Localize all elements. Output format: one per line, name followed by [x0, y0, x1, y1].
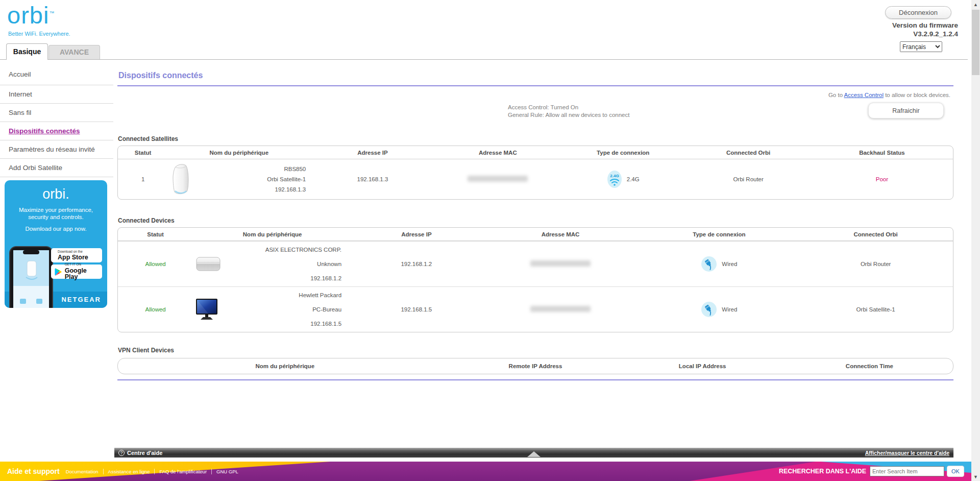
footer-link-faq[interactable]: FAQ de l'amplificateur: [154, 469, 207, 474]
sidebar-item-dispositifs-connectes[interactable]: Dispositifs connectés: [0, 122, 113, 140]
bottom-rule: [117, 379, 953, 380]
device-row: Allowed ASIX ELECTRONICS CORP. Unknown 1…: [118, 241, 953, 286]
search-ok-button[interactable]: OK: [947, 466, 964, 477]
device-connection: Wired: [640, 241, 798, 286]
satellite-backhaul-status: Poor: [811, 159, 953, 199]
netgear-logo: NETGEAR: [61, 296, 101, 303]
device-mac: [481, 286, 640, 332]
promo-text: Maximize your performance,security and c…: [5, 206, 107, 221]
scrollbar-down-arrow[interactable]: ▼: [971, 472, 980, 481]
tabs-divider: [0, 59, 968, 60]
satellite-connected-orbi: Orbi Router: [685, 159, 811, 199]
device-connected-orbi: Orbi Router: [798, 241, 953, 286]
footer-link-assistance[interactable]: Assistance en ligne: [103, 469, 150, 474]
firmware-label: Version du firmware: [754, 21, 958, 30]
support-label: Aide et support: [7, 467, 60, 475]
sidebar-item-accueil[interactable]: Accueil: [0, 60, 113, 85]
scrollbar-up-arrow[interactable]: ▲: [971, 0, 980, 9]
trademark: ™: [49, 10, 55, 16]
sidebar-item-add-orbi-satellite[interactable]: Add Orbi Satellite: [0, 159, 113, 177]
devices-section-label: Connected Devices: [118, 217, 175, 224]
language-select[interactable]: Français: [900, 41, 942, 52]
logout-button[interactable]: Déconnexion: [885, 6, 951, 19]
main-content: Dispositifs connectés Go to Access Contr…: [117, 60, 953, 448]
satellite-ip: 192.168.1.3: [310, 159, 435, 199]
tab-basique[interactable]: Basique: [6, 43, 48, 60]
vpn-section-label: VPN Client Devices: [118, 347, 174, 354]
help-icon: ?: [118, 450, 125, 456]
network-box-icon: [195, 255, 222, 273]
orbi-logo: orbi™: [7, 1, 55, 29]
devices-header-row: Statut Nom du périphérique Adresse IP Ad…: [118, 228, 953, 241]
satellite-row: 1 RBS850 Orbi Satellite-1 192.168.1.3 19…: [118, 159, 953, 199]
scrollbar-thumb[interactable]: [972, 10, 979, 75]
firmware-version-block: Version du firmware V3.2.9.2_1.2.4: [754, 21, 958, 38]
logo-tagline: Better WiFi. Everywhere.: [8, 31, 70, 37]
footer: Aide et support Documentation Assistance…: [0, 462, 971, 481]
desktop-monitor-icon: [195, 298, 218, 321]
satellite-mac: [435, 159, 560, 199]
device-name-cell: Hewlett Packard PC-Bureau 192.168.1.5: [193, 286, 352, 332]
vpn-header-row: Nom du périphérique Remote IP Address Lo…: [118, 358, 953, 374]
mac-redacted: [530, 306, 591, 312]
device-name-cell: ASIX ELECTRONICS CORP. Unknown 192.168.1…: [193, 241, 352, 286]
devices-table: Statut Nom du périphérique Adresse IP Ad…: [117, 227, 953, 332]
refresh-button[interactable]: Rafraichir: [868, 103, 944, 118]
access-control-hint: Go to Access Control to allow or block d…: [828, 92, 950, 98]
promo-orbi-logo: orbi.: [5, 186, 107, 202]
device-mac: [481, 241, 640, 286]
page-scrollbar[interactable]: ▲ ▼: [971, 0, 980, 481]
satellites-table: Statut Nom du périphérique Adresse IP Ad…: [117, 146, 953, 200]
help-search-label: RECHERCHER DANS L'AIDE: [779, 468, 866, 475]
help-center-label: Centre d'aide: [127, 450, 162, 456]
firmware-value: V3.2.9.2_1.2.4: [754, 30, 958, 38]
svg-text:2.4G: 2.4G: [610, 174, 619, 178]
footer-link-documentation[interactable]: Documentation: [66, 469, 99, 474]
phone-image: [8, 246, 55, 308]
satellite-connection: 2.4G 2.4G: [560, 159, 685, 199]
footer-link-gnu-gpl[interactable]: GNU GPL: [211, 469, 238, 474]
device-ip: 192.168.1.5: [352, 286, 481, 332]
wired-icon: [701, 301, 717, 318]
sidebar-item-reseau-invite[interactable]: Paramètres du réseau invité: [0, 140, 113, 159]
device-status: Allowed: [118, 286, 193, 332]
help-toggle-link[interactable]: Afficher/masquer le centre d'aide: [865, 450, 949, 456]
device-row: Allowed Hewlett Packard PC-Bureau 192.16…: [118, 286, 953, 332]
satellites-header-row: Statut Nom du périphérique Adresse IP Ad…: [118, 146, 953, 159]
mac-redacted: [468, 176, 528, 182]
satellites-section-label: Connected Satellites: [118, 135, 178, 142]
app-promo-banner[interactable]: orbi. Maximize your performance,security…: [5, 180, 107, 308]
wifi-2-4g-icon: 2.4G: [607, 170, 622, 188]
title-rule: [117, 85, 953, 86]
app-store-badge[interactable]: Download on theApp Store: [51, 248, 102, 262]
help-center-bar: ? Centre d'aide Afficher/masquer le cent…: [114, 448, 953, 458]
device-connection: Wired: [640, 286, 798, 332]
tab-avance[interactable]: AVANCE: [48, 45, 100, 60]
access-control-link[interactable]: Access Control: [844, 92, 884, 98]
device-ip: 192.168.1.2: [352, 241, 481, 286]
satellite-status: 1: [118, 159, 168, 199]
satellite-connection-label: 2.4G: [627, 176, 640, 182]
vpn-table: Nom du périphérique Remote IP Address Lo…: [117, 358, 953, 374]
satellite-name-cell: RBS850 Orbi Satellite-1 192.168.1.3: [168, 159, 310, 199]
mac-redacted: [530, 260, 591, 267]
page-title: Dispositifs connectés: [118, 71, 203, 80]
google-play-badge[interactable]: GET IT ONGoogle Play: [51, 264, 102, 279]
device-status: Allowed: [118, 241, 193, 286]
help-expand-caret[interactable]: [527, 451, 541, 457]
sidebar-item-sans-fil[interactable]: Sans fil: [0, 104, 113, 122]
google-play-icon: [55, 268, 62, 276]
promo-text-2: Download our app now.: [5, 226, 107, 232]
help-search-input[interactable]: [870, 466, 944, 476]
wired-icon: [701, 256, 717, 272]
sidebar: Accueil Internet Sans fil Dispositifs co…: [0, 60, 113, 177]
device-connection-label: Wired: [722, 261, 737, 267]
device-connected-orbi: Orbi Satellite-1: [798, 286, 953, 332]
access-control-status: Access Control: Turned On General Rule: …: [508, 104, 629, 119]
device-connection-label: Wired: [722, 306, 737, 312]
sidebar-item-internet[interactable]: Internet: [0, 85, 113, 104]
orbi-satellite-icon: [170, 163, 191, 195]
